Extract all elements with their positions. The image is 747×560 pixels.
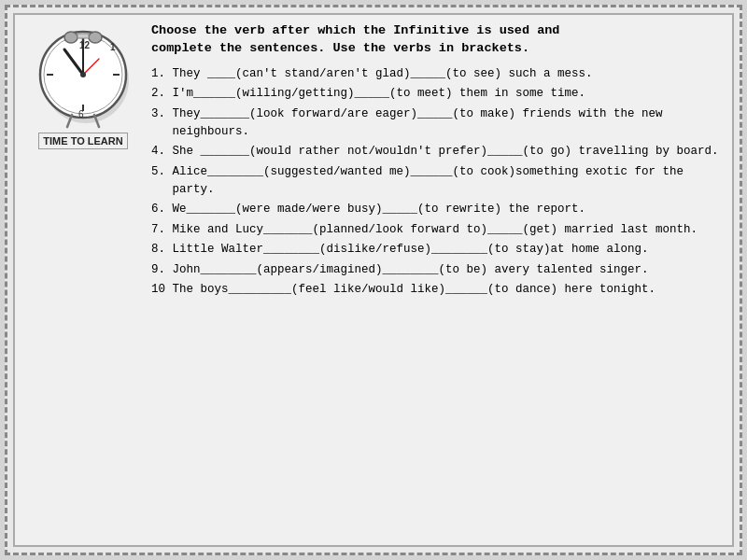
sentence-number: 3. [151, 105, 173, 142]
list-item: 9. John________(appears/imagined)_______… [151, 261, 725, 279]
list-item: 1. They ____(can't stand/aren't glad)___… [151, 65, 725, 83]
right-panel: Choose the verb after which the Infiniti… [151, 22, 725, 538]
sentence-number: 2. [151, 85, 173, 103]
svg-text:1: 1 [110, 42, 116, 52]
sentence-number: 8. [151, 241, 173, 259]
outer-border: 12 1 6 [5, 5, 742, 555]
list-item: 2. I'm______(willing/getting)_____(to me… [151, 85, 725, 103]
sentence-number: 10 [151, 281, 173, 299]
clock-svg: 12 1 6 [32, 26, 134, 129]
inner-border: 12 1 6 [13, 13, 734, 547]
sentence-text: Mike and Lucy_______(planned/look forwar… [173, 221, 725, 239]
svg-point-13 [80, 72, 86, 77]
sentence-number: 5. [151, 163, 173, 200]
list-item: 7. Mike and Lucy_______(planned/look for… [151, 221, 725, 239]
clock-container: 12 1 6 [32, 26, 134, 129]
list-item: 8. Little Walter________(dislike/refuse)… [151, 241, 725, 259]
instructions: Choose the verb after which the Infiniti… [151, 22, 725, 58]
sentence-text: John________(appears/imagined)________(t… [173, 261, 725, 279]
svg-point-15 [89, 32, 102, 43]
sentence-text: The boys_________(feel like/would like)_… [173, 281, 725, 299]
sentence-text: Little Walter________(dislike/refuse)___… [173, 241, 725, 259]
list-item: 3. They_______(look forward/are eager)__… [151, 105, 725, 142]
svg-rect-16 [78, 34, 89, 38]
sentence-number: 6. [151, 201, 173, 218]
sentence-text: She _______(would rather not/wouldn't pr… [173, 143, 725, 161]
list-item: 10 The boys_________(feel like/would lik… [151, 281, 725, 299]
sentence-number: 4. [151, 143, 173, 161]
left-panel: 12 1 6 [22, 22, 144, 538]
sentences-list: 1. They ____(can't stand/aren't glad)___… [151, 65, 725, 538]
list-item: 5. Alice________(suggested/wanted me)___… [151, 163, 725, 200]
sentence-text: They ____(can't stand/aren't glad)_____(… [173, 65, 725, 83]
sentence-text: Alice________(suggested/wanted me)______… [173, 163, 725, 200]
sentence-number: 1. [151, 65, 173, 83]
svg-text:12: 12 [79, 40, 91, 50]
sentence-text: They_______(look forward/are eager)_____… [173, 105, 725, 142]
list-item: 6. We_______(were made/were busy)_____(t… [151, 201, 725, 218]
svg-text:6: 6 [78, 109, 84, 119]
sentence-number: 9. [151, 261, 173, 279]
time-to-learn-label: TIME TO LEARN [38, 133, 127, 149]
svg-point-14 [64, 32, 78, 43]
sentence-number: 7. [151, 221, 173, 239]
sentence-text: I'm______(willing/getting)_____(to meet)… [173, 85, 725, 103]
sentence-text: We_______(were made/were busy)_____(to r… [173, 201, 725, 218]
list-item: 4. She _______(would rather not/wouldn't… [151, 143, 725, 161]
